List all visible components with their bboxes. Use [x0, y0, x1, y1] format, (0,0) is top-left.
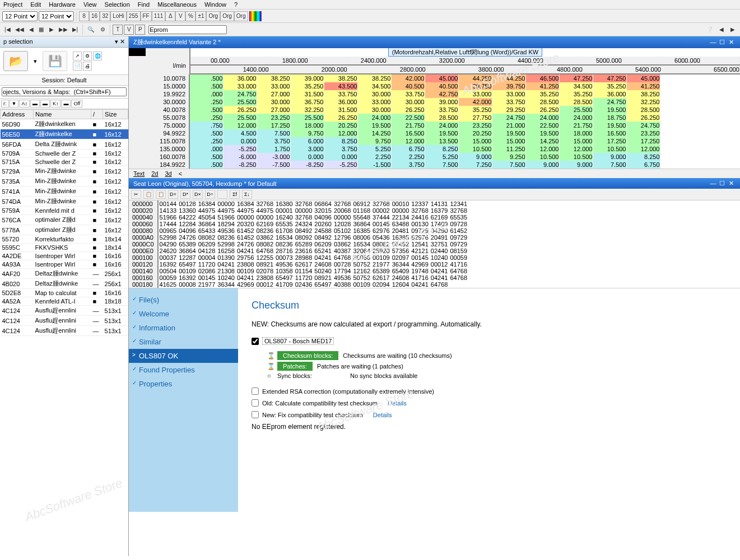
col-/[interactable]: /	[91, 110, 103, 119]
prev-icon[interactable]: ◀	[716, 25, 727, 35]
new-checkbox[interactable]	[252, 411, 259, 418]
tb-LoHi[interactable]: LoHi	[110, 11, 127, 21]
v-icon[interactable]: V	[124, 25, 134, 35]
point-select-1[interactable]: 12 Point	[2, 11, 38, 21]
nav-similar[interactable]: Similar	[129, 335, 238, 349]
details-link[interactable]: Details	[373, 412, 392, 418]
nav-btn[interactable]: ▶▶	[57, 25, 70, 35]
save-button[interactable]: 💾	[43, 51, 67, 71]
tool-icon[interactable]: ⚙	[97, 25, 108, 35]
tb-Δ[interactable]: Δ	[165, 11, 175, 21]
help-icon[interactable]: ❔	[704, 25, 715, 35]
map-row[interactable]: 4C124Ausflu趕ennlini—513x1	[1, 316, 128, 326]
nav-olsok[interactable]: OLS807 OK	[129, 349, 238, 363]
tb-V[interactable]: V	[175, 11, 185, 21]
close-icon[interactable]: ✕	[727, 39, 736, 46]
map-row[interactable]: 5715ASchwelle der Z■16x12	[1, 158, 128, 166]
hex-tool[interactable]: D×	[193, 190, 203, 199]
tab-<[interactable]: <	[179, 170, 182, 177]
nav-information[interactable]: Information	[129, 321, 238, 335]
old-checkbox[interactable]	[252, 399, 259, 407]
map-row[interactable]: 55720Korrekturfakto■18x14	[1, 235, 128, 244]
map-row[interactable]: 5D2E8Map to calculat■16x16	[1, 289, 128, 297]
filter-btn[interactable]: ▼	[10, 100, 19, 108]
menu-hardware[interactable]: Hardware	[49, 1, 76, 8]
minimize-icon[interactable]: —	[709, 180, 718, 186]
hex-tool[interactable]: Σ↓	[242, 190, 252, 199]
hex-tool[interactable]: D÷	[205, 190, 215, 199]
nav-btn[interactable]: ▦	[36, 25, 46, 35]
menu-edit[interactable]: Edit	[30, 1, 41, 8]
hex-tool[interactable]: Σf	[230, 190, 240, 199]
nav-properties[interactable]: Properties	[129, 377, 238, 391]
map-row[interactable]: 5729AMin-Z腫dwinke■16x12	[1, 166, 128, 176]
rsa-checkbox[interactable]	[252, 388, 259, 395]
hex-tool[interactable]: ✂	[131, 190, 141, 199]
filter-btn[interactable]: ▬	[30, 100, 40, 108]
map-row[interactable]: 5778Aoptimaler Z腫d■16x12	[1, 225, 128, 235]
tb-16[interactable]: 16	[89, 11, 100, 21]
hex-tool[interactable]	[217, 190, 227, 199]
tab-Text[interactable]: Text	[133, 170, 145, 177]
tb-8[interactable]: 8	[79, 11, 89, 21]
filter-btn[interactable]: A↕	[19, 100, 30, 108]
minimize-icon[interactable]: —	[709, 39, 718, 45]
map-row[interactable]: 5735AMin-Z腫dwinke■16x12	[1, 176, 128, 186]
map-row[interactable]: 4A2DEIsentroper Wirl■16x16	[1, 252, 128, 260]
nav-btn[interactable]: ◀	[26, 25, 36, 35]
col-size[interactable]: Size	[103, 110, 128, 119]
tab-2d[interactable]: 2d	[151, 170, 158, 177]
data-grid[interactable]: 10.0078.50036.00038.25039.00038.25038.25…	[129, 74, 740, 169]
tb-32[interactable]: 32	[100, 11, 110, 21]
tb-Org[interactable]: Org	[206, 11, 220, 21]
globe-icon[interactable]: 🌐	[93, 52, 102, 60]
search-icon[interactable]: 🔍	[85, 25, 96, 35]
menu-project[interactable]: Project	[3, 1, 22, 8]
map-row[interactable]: 574DAMin-Z腫dwinke■16x12	[1, 197, 128, 207]
map-table[interactable]: AddressName/Size56D90Z腫dwinkelken■16x125…	[0, 109, 128, 556]
map-row[interactable]: 5595CFKKVSHKS■18x14	[1, 244, 128, 252]
filter-btn[interactable]: ▬	[61, 100, 71, 108]
map-row[interactable]: 576CAoptimaler Z腫d■16x12	[1, 215, 128, 225]
map-row[interactable]: 4B020Deltaz腫dwinke—256x1	[1, 279, 128, 289]
map-row[interactable]: 56E50Z腫dwinkelke■16x12	[1, 129, 128, 139]
map-row[interactable]: 4C124Ausflu趕ennlini—513x1	[1, 306, 128, 316]
map-row[interactable]: 5741AMin-Z腫dwinke■16x12	[1, 186, 128, 197]
checksum-blocks-button[interactable]: Checksum blocks:	[277, 351, 338, 360]
filter-input[interactable]	[2, 87, 127, 96]
dropdown-icon[interactable]: ▾	[115, 38, 118, 45]
tb-Org[interactable]: Org	[234, 11, 248, 21]
map-row[interactable]: 56D90Z腫dwinkelken■16x12	[1, 119, 128, 129]
close-icon[interactable]: ✕	[727, 180, 736, 187]
nav-foundproperties[interactable]: Found Properties	[129, 363, 238, 377]
t-icon[interactable]: T	[113, 25, 123, 35]
tb-±1[interactable]: ±1	[196, 11, 206, 21]
nav-btn[interactable]: ▶	[46, 25, 57, 35]
filter-btn[interactable]: r:	[1, 100, 9, 108]
map-row[interactable]: 5759AKennfeld mit d■16x12	[1, 207, 128, 215]
next-icon[interactable]: ▶	[728, 25, 738, 35]
hexdump[interactable]: 0000000014400128163840000016384327681638…	[129, 200, 740, 288]
hex-tool[interactable]: 📋	[143, 190, 153, 199]
tb-Org[interactable]: Org	[220, 11, 234, 21]
nav-btn[interactable]: ▶|	[70, 25, 81, 35]
map-row[interactable]: 56FDADelta Z腫dwink■16x12	[1, 139, 128, 150]
menu-miscellaneous[interactable]: Miscellaneous	[157, 1, 197, 8]
doc-icon[interactable]: 📄	[73, 62, 82, 71]
eprom-field[interactable]	[148, 25, 227, 34]
ols-checkbox[interactable]	[252, 338, 259, 345]
maximize-icon[interactable]: ☐	[718, 39, 727, 46]
hex-tool[interactable]: D+	[168, 190, 178, 199]
menu-?[interactable]: ?	[234, 1, 238, 8]
hex-tool[interactable]: D*	[180, 190, 190, 199]
hex-tool[interactable]: 📋	[156, 190, 166, 199]
filter-btn[interactable]: Off	[71, 100, 82, 108]
gear-icon[interactable]: ⚙	[83, 52, 92, 60]
details-link[interactable]: Details	[388, 400, 407, 407]
menu-view[interactable]: View	[83, 1, 97, 8]
tb-%[interactable]: %	[185, 11, 196, 21]
close-icon[interactable]: ✕	[120, 38, 125, 45]
filter-btn[interactable]: ▬	[40, 100, 50, 108]
map-row[interactable]: 4A52AKennfeld ATL-I■18x18	[1, 297, 128, 306]
map-row[interactable]: 5709ASchwelle der Z■16x12	[1, 150, 128, 158]
